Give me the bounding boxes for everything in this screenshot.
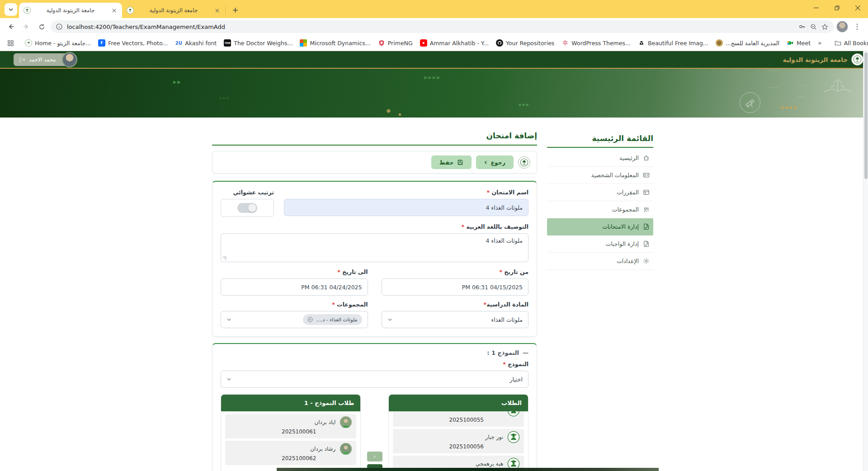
- user-avatar[interactable]: [62, 52, 77, 67]
- banner-chevrons-decoration: ▸▸: [173, 78, 182, 86]
- zoom-out-icon[interactable]: [810, 24, 817, 30]
- description-textarea[interactable]: ملوثات الغذاء 4: [221, 233, 528, 262]
- scrollbar-thumb[interactable]: [864, 52, 868, 179]
- logout-icon[interactable]: [19, 57, 25, 63]
- sidebar-item-settings[interactable]: الإعدادات: [547, 253, 653, 270]
- tdw-icon: TDW: [224, 39, 231, 47]
- description-value: ملوثات الغذاء 4: [486, 237, 523, 244]
- tab-close-icon[interactable]: [213, 7, 221, 14]
- sidebar-item-label: المعلومات الشخصية: [591, 172, 639, 179]
- sidebar-item-groups[interactable]: المجموعات: [547, 201, 653, 218]
- banner-hexagon-decoration: [763, 71, 783, 88]
- bookmark-doctor-weighs[interactable]: TDW The Doctor Weighs...: [220, 38, 296, 48]
- sidebar-item-home[interactable]: الرئيسية: [547, 150, 653, 167]
- tab-search-button[interactable]: [5, 3, 17, 16]
- required-mark: *: [487, 189, 490, 196]
- password-key-icon[interactable]: [798, 23, 806, 30]
- window-minimize-button[interactable]: [806, 0, 826, 15]
- exam-name-input[interactable]: ملوثات الغذاء 4: [284, 199, 528, 216]
- apps-grid-icon[interactable]: [7, 40, 14, 47]
- browser-menu-button[interactable]: [851, 20, 863, 33]
- bookmark-label: Your Repositories: [506, 40, 554, 47]
- banner-chevrons-decoration: ▸▸▸: [519, 101, 530, 108]
- form-action-bar: ‹ رجوع حفظ: [212, 151, 537, 174]
- collapse-icon[interactable]: —: [523, 349, 528, 356]
- move-selected-button[interactable]: ‹: [367, 452, 382, 462]
- bookmark-home-university[interactable]: Home - جامعة الزيتو...: [21, 38, 94, 48]
- hero-banner: ▸▸ ▸▸▸ ▸▸▸▸ ▸▸▸ ◂◂◂◂: [0, 69, 868, 118]
- back-button-label: رجوع: [491, 159, 505, 166]
- exam-name-label: اسم الامتحان: [491, 189, 528, 196]
- bookmark-microsoft-dynamics[interactable]: Microsoft Dynamics...: [296, 38, 374, 48]
- from-date-input[interactable]: PM 06:31 04/15/2025: [382, 278, 529, 296]
- meet-camera-icon: [787, 39, 794, 47]
- tab-close-icon[interactable]: [110, 7, 118, 14]
- sidebar-item-label: المجموعات: [612, 206, 639, 213]
- bookmark-label: PrimeNG: [388, 40, 413, 47]
- browser-profile-avatar[interactable]: [836, 21, 848, 33]
- sidebar-title: القائمة الرئيسية: [547, 134, 653, 148]
- university-logo-icon: [851, 53, 863, 66]
- resize-handle-icon[interactable]: [222, 256, 226, 260]
- bookmark-akashi-font[interactable]: 2U Akashi font: [171, 38, 220, 48]
- sidebar-item-label: إدارة الامتحانات: [602, 223, 639, 230]
- from-date-value: PM 06:31 04/15/2025: [462, 284, 523, 291]
- university-logo-icon: [25, 39, 32, 47]
- model-legend: النموذج 1 :: [487, 349, 519, 356]
- to-date-input[interactable]: PM 06:31 04/24/2025: [221, 278, 368, 296]
- asterisk-icon: ✲: [561, 39, 569, 47]
- bookmark-directorate[interactable]: المديرية العامة للسج...: [712, 38, 783, 48]
- back-button[interactable]: ‹ رجوع: [476, 155, 514, 169]
- back-button[interactable]: [5, 20, 17, 33]
- bookmark-freepik[interactable]: F Free Vectors, Photo...: [94, 38, 171, 48]
- student-item[interactable]: نور جبار 2025100056: [393, 429, 524, 453]
- bookmark-unsplash[interactable]: Beautiful Free Imag...: [634, 38, 712, 48]
- browser-tab-inactive[interactable]: جامعة الزيتونة الدولية: [122, 3, 225, 18]
- bookmark-star-icon[interactable]: [821, 24, 828, 30]
- address-bar[interactable]: localhost:4200/Teachers/ExamManagement/E…: [51, 20, 834, 33]
- user-pill[interactable]: محمد الاحمد: [14, 53, 71, 66]
- browser-toolbar: localhost:4200/Teachers/ExamManagement/E…: [0, 18, 868, 35]
- groups-multiselect[interactable]: ملوثات الغذاء - د....: [221, 311, 368, 328]
- page-scrollbar[interactable]: [863, 51, 868, 471]
- bookmark-primeng[interactable]: PrimeNG: [374, 38, 416, 48]
- banner-gold-chevrons-decoration: ◂◂◂◂: [780, 103, 797, 111]
- sidebar-item-courses[interactable]: المقررات: [547, 184, 653, 201]
- model-select[interactable]: اختيار: [221, 371, 528, 388]
- group-chip[interactable]: ملوثات الغذاء - د....: [303, 314, 362, 325]
- save-button[interactable]: حفظ: [431, 155, 472, 169]
- window-close-button[interactable]: [847, 0, 868, 15]
- student-item[interactable]: رشاد بردان 2025100062: [225, 441, 356, 465]
- bookmark-meet[interactable]: Meet: [783, 38, 814, 48]
- close-icon: [855, 5, 860, 10]
- forward-button[interactable]: [20, 20, 33, 33]
- chevron-down-icon: [387, 317, 392, 322]
- window-restore-button[interactable]: [826, 0, 847, 15]
- student-item[interactable]: 2025100055: [393, 411, 524, 427]
- sidebar-item-label: الإعدادات: [617, 258, 639, 264]
- student-item[interactable]: اياد بردان 2025100061: [225, 414, 356, 438]
- source-panel-list[interactable]: 2025100055 نور جبار 2025100056: [389, 411, 528, 471]
- browser-tab-active[interactable]: جامعة الزيتونة الدولية: [19, 3, 122, 18]
- sidebar-item-personal-info[interactable]: المعلومات الشخصية: [547, 167, 653, 184]
- university-favicon: [24, 7, 31, 14]
- random-order-toggle[interactable]: [221, 199, 274, 217]
- sidebar-item-exam-management[interactable]: إدارة الامتحانات: [547, 218, 653, 236]
- student-id: 2025100062: [229, 455, 352, 463]
- subject-select[interactable]: ملوثات الغذاء: [382, 311, 529, 328]
- chip-remove-icon[interactable]: [307, 317, 313, 322]
- new-tab-button[interactable]: [229, 4, 241, 16]
- tab-title: جامعة الزيتونة الدولية: [34, 7, 107, 14]
- gold-emblem-icon: [716, 39, 723, 47]
- bookmark-wordpress-themes[interactable]: ✲ WordPress Themes...: [558, 38, 634, 48]
- site-info-icon[interactable]: [56, 24, 62, 30]
- bookmark-github-repositories[interactable]: Your Repositories: [492, 38, 558, 48]
- bookmark-youtube-channel[interactable]: Ammar Alkhatib - Y...: [416, 38, 492, 48]
- reload-button[interactable]: [35, 20, 48, 33]
- back-arrow-icon: [7, 23, 14, 30]
- toggle-switch[interactable]: [237, 203, 257, 213]
- bookmarks-overflow-button[interactable]: »: [814, 38, 826, 48]
- all-bookmarks-button[interactable]: All Bookmarks: [831, 38, 868, 48]
- target-panel-list[interactable]: اياد بردان 2025100061 رشاد بردان: [221, 411, 360, 468]
- sidebar-item-assignment-management[interactable]: إدارة الواجبات: [547, 236, 653, 253]
